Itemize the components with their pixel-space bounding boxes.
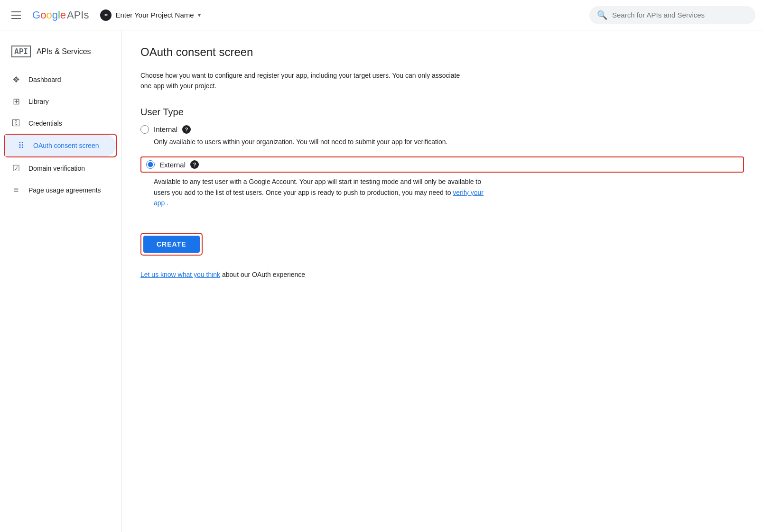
external-option: External ? Available to any test user wi… [140, 156, 744, 214]
search-bar[interactable]: 🔍 [589, 6, 755, 24]
top-nav: Google APIs •• Enter Your Project Name ▾… [0, 0, 763, 30]
external-description: Available to any test user with a Google… [154, 176, 486, 208]
search-icon: 🔍 [597, 10, 607, 20]
sidebar-item-library[interactable]: ⊞ Library [0, 91, 121, 112]
page-usage-icon: ≡ [11, 185, 21, 195]
sidebar-item-label-oauth: OAuth consent screen [33, 142, 99, 149]
sidebar-item-credentials[interactable]: ⚿ Credentials [0, 112, 121, 134]
sidebar-item-oauth-consent-screen[interactable]: ⠿ OAuth consent screen [5, 135, 116, 156]
project-selector[interactable]: •• Enter Your Project Name ▾ [96, 8, 204, 23]
domain-verification-icon: ☑ [11, 163, 21, 174]
library-icon: ⊞ [11, 96, 21, 107]
chevron-down-icon: ▾ [198, 12, 201, 18]
oauth-highlight-box: ⠿ OAuth consent screen [4, 134, 117, 157]
project-avatar: •• [100, 9, 112, 21]
sidebar-item-label-credentials: Credentials [28, 119, 62, 127]
credentials-icon: ⚿ [11, 118, 21, 128]
hamburger-menu[interactable] [8, 8, 25, 23]
sidebar-header: API APIs & Services [0, 38, 121, 65]
main-layout: API APIs & Services ❖ Dashboard ⊞ Librar… [0, 30, 763, 532]
sidebar-item-label-library: Library [28, 98, 49, 105]
google-apis-logo[interactable]: Google APIs [32, 9, 89, 21]
footer-feedback: Let us know what you think about our OAu… [140, 271, 744, 278]
internal-description: Only available to users within your orga… [154, 137, 486, 147]
user-type-heading: User Type [140, 107, 744, 118]
create-button[interactable]: CREATE [143, 236, 200, 253]
sidebar: API APIs & Services ❖ Dashboard ⊞ Librar… [0, 30, 121, 532]
external-highlight-box: External ? [140, 156, 744, 173]
sidebar-item-label-page-usage: Page usage agreements [28, 186, 101, 194]
project-name: Enter Your Project Name [115, 11, 194, 19]
internal-option: Internal ? Only available to users withi… [140, 125, 744, 153]
apis-text: APIs [67, 9, 89, 21]
api-badge: API [11, 46, 31, 57]
internal-label: Internal [154, 125, 177, 133]
internal-radio-row: Internal ? [140, 125, 744, 134]
internal-radio[interactable] [140, 125, 149, 134]
page-title: OAuth consent screen [140, 46, 744, 59]
sidebar-item-domain-verification[interactable]: ☑ Domain verification [0, 157, 121, 179]
sidebar-item-page-usage-agreements[interactable]: ≡ Page usage agreements [0, 179, 121, 201]
create-button-wrapper: CREATE [140, 233, 203, 256]
oauth-icon: ⠿ [16, 140, 26, 151]
search-input[interactable] [612, 11, 748, 19]
main-content: OAuth consent screen Choose how you want… [121, 30, 763, 532]
feedback-link[interactable]: Let us know what you think [140, 271, 220, 278]
footer-desc: about our OAuth experience [222, 271, 305, 278]
description-text: Choose how you want to configure and reg… [140, 70, 473, 92]
dashboard-icon: ❖ [11, 74, 21, 85]
sidebar-item-dashboard[interactable]: ❖ Dashboard [0, 69, 121, 91]
external-radio[interactable] [146, 160, 155, 169]
internal-help-icon[interactable]: ? [182, 125, 191, 134]
sidebar-item-label-dashboard: Dashboard [28, 76, 61, 83]
sidebar-item-label-domain: Domain verification [28, 165, 85, 172]
sidebar-title: APIs & Services [37, 47, 91, 56]
sidebar-nav: ❖ Dashboard ⊞ Library ⚿ Credentials ⠿ OA… [0, 69, 121, 201]
external-label: External [159, 161, 186, 169]
external-help-icon[interactable]: ? [190, 160, 199, 169]
